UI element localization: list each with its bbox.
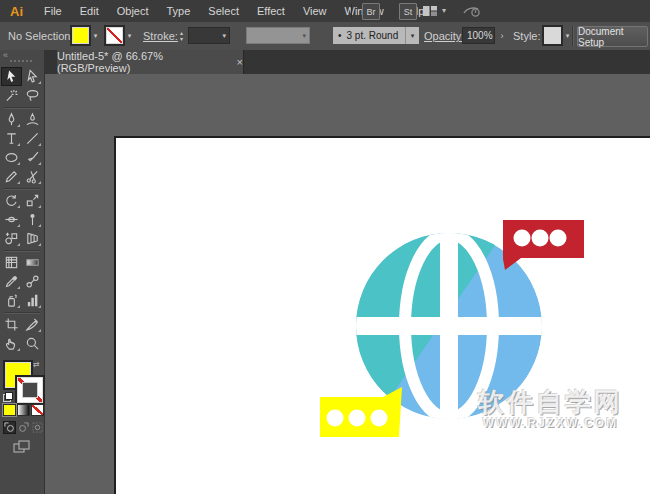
eyedropper-tool[interactable] (1, 272, 22, 291)
slice-tool[interactable] (22, 315, 43, 334)
lasso-tool[interactable] (22, 86, 43, 105)
draw-normal-button[interactable] (3, 421, 16, 434)
brush-dropdown-chevron[interactable]: ▾ (405, 27, 419, 44)
menubar-divider (351, 4, 352, 18)
draw-inside-button[interactable] (31, 421, 44, 434)
magic-wand-tool[interactable] (1, 86, 22, 105)
column-graph-icon (25, 293, 40, 308)
menu-item-select[interactable]: Select (199, 5, 248, 17)
rotate-icon (4, 193, 19, 208)
watermark-text-cn: 软件自学网 (443, 389, 650, 416)
menu-item-edit[interactable]: Edit (71, 5, 108, 17)
symbol-sprayer-icon (4, 293, 19, 308)
menu-item-type[interactable]: Type (158, 5, 200, 17)
canvas-pasteboard[interactable]: 软件自学网 WWW.RJZXW.COM (45, 74, 650, 494)
stock-button[interactable]: St (399, 3, 417, 20)
swap-fill-stroke-icon[interactable]: ⇄ (33, 360, 40, 369)
column-graph-tool[interactable] (22, 291, 43, 310)
width-tool[interactable] (1, 210, 22, 229)
ellipse-icon (4, 150, 19, 165)
fill-color-swatch[interactable] (72, 27, 89, 44)
selection-icon (4, 69, 19, 84)
selection-tool[interactable] (1, 67, 22, 86)
draw-behind-button[interactable] (17, 421, 30, 434)
opacity-expand-chevron[interactable]: › (497, 27, 507, 44)
globe-logo-artwork[interactable] (45, 74, 650, 494)
magic-wand-icon (4, 88, 19, 103)
menu-bar: Ai FileEditObjectTypeSelectEffectViewWin… (0, 0, 650, 23)
stroke-weight-stepper[interactable]: ▴ ▾ (177, 27, 186, 44)
panel-collapse-icon[interactable]: « (3, 50, 8, 60)
opacity-field[interactable]: 100% (462, 27, 495, 44)
style-swatch[interactable] (544, 27, 561, 44)
gradient-mode-button[interactable] (17, 404, 30, 416)
close-icon[interactable]: × (237, 57, 243, 68)
perspective-grid-icon (25, 231, 40, 246)
pencil-icon (4, 169, 19, 184)
mesh-tool[interactable] (1, 253, 22, 272)
chevron-down-icon: ▾ (222, 32, 226, 40)
type-icon (4, 131, 19, 146)
symbol-sprayer-tool[interactable] (1, 291, 22, 310)
line-segment-tool[interactable] (22, 129, 43, 148)
paintbrush-icon (25, 150, 40, 165)
color-mode-button[interactable] (3, 404, 16, 416)
stroke-color-swatch[interactable] (106, 27, 123, 44)
pencil-tool[interactable] (1, 167, 22, 186)
scale-icon (25, 193, 40, 208)
curvature-icon (25, 112, 40, 127)
menu-item-object[interactable]: Object (108, 5, 158, 17)
stepper-down-icon[interactable]: ▾ (177, 36, 186, 42)
default-fill-stroke-icon[interactable] (3, 392, 13, 402)
sync-disabled-icon[interactable] (462, 3, 482, 23)
fill-color-dropdown[interactable]: ▾ (90, 27, 101, 44)
mesh-icon (4, 255, 19, 270)
scale-tool[interactable] (22, 191, 43, 210)
brush-definition-select[interactable]: • 3 pt. Round ▾ (333, 27, 419, 44)
screen-mode-button[interactable] (13, 440, 31, 458)
menu-item-effect[interactable]: Effect (248, 5, 294, 17)
chevron-down-icon: ▾ (302, 32, 306, 40)
ellipse-tool[interactable] (1, 148, 22, 167)
blend-icon (25, 274, 40, 289)
hand-tool[interactable] (1, 334, 22, 353)
width-icon (4, 212, 19, 227)
curvature-tool[interactable] (22, 110, 43, 129)
scissors-tool[interactable] (22, 167, 43, 186)
stroke-weight-dropdown[interactable]: ▾ (188, 27, 230, 44)
eyedropper-icon (4, 274, 19, 289)
zoom-tool[interactable] (22, 334, 43, 353)
shape-builder-tool[interactable] (1, 229, 22, 248)
pen-tool[interactable] (1, 110, 22, 129)
gradient-icon (25, 255, 40, 270)
scissors-icon (25, 169, 40, 184)
none-mode-button[interactable] (31, 404, 44, 416)
gradient-tool[interactable] (22, 253, 43, 272)
divider (572, 26, 573, 46)
bridge-button[interactable]: Br (362, 3, 380, 20)
stroke-color-dropdown[interactable]: ▾ (124, 27, 135, 44)
paintbrush-tool[interactable] (22, 148, 43, 167)
menu-item-view[interactable]: View (294, 5, 336, 17)
menu-item-file[interactable]: File (35, 5, 71, 17)
document-setup-button[interactable]: Document Setup (577, 26, 648, 47)
direct-selection-tool[interactable] (22, 67, 43, 86)
shape-builder-icon (4, 231, 19, 246)
document-tab[interactable]: Untitled-5* @ 66.67% (RGB/Preview) × (57, 50, 244, 74)
stroke-swatch[interactable] (17, 377, 43, 403)
stroke-panel-link[interactable]: Stroke: (143, 30, 178, 42)
hand-icon (4, 336, 19, 351)
puppet-warp-tool[interactable] (22, 210, 43, 229)
artboard-tool[interactable] (1, 315, 22, 334)
opacity-link[interactable]: Opacity: (424, 30, 464, 42)
puppet-warp-icon (25, 212, 40, 227)
brush-name-label: 3 pt. Round (347, 30, 399, 41)
workspace-switcher-button[interactable]: ▾ (422, 5, 446, 17)
perspective-grid-tool[interactable] (22, 229, 43, 248)
width-profile-dropdown[interactable]: ▾ (246, 27, 310, 44)
stroke-swatch-hole (23, 383, 37, 397)
panel-grip[interactable] (10, 60, 34, 62)
blend-tool[interactable] (22, 272, 43, 291)
type-tool[interactable] (1, 129, 22, 148)
rotate-tool[interactable] (1, 191, 22, 210)
